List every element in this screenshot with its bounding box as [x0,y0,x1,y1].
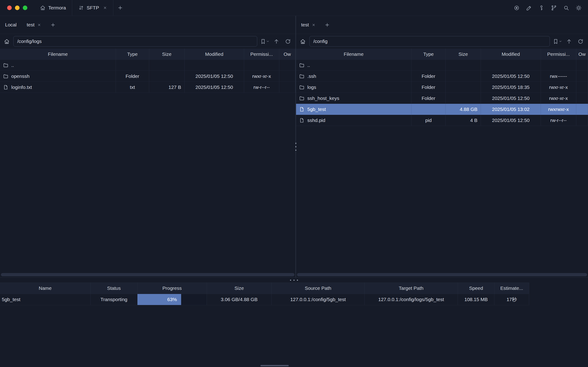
key-icon[interactable] [538,4,545,11]
transfers-table-header: NameStatusProgressSizeSource PathTarget … [0,283,529,294]
transfers-horizontal-scrollbar[interactable] [260,365,289,366]
filename-cell: .. [296,60,411,70]
column-header-modified[interactable]: Modified [481,49,541,59]
size-cell [446,71,481,82]
remote-horizontal-scrollbar[interactable] [297,273,587,276]
remote-tab-bar: test [296,16,588,34]
filename-cell: sshd.pid [296,115,411,126]
minimize-window-button[interactable] [15,6,19,10]
home-icon [40,5,46,11]
transfer-column-header-target[interactable]: Target Path [365,283,458,294]
column-header-owner[interactable]: Ow [576,49,588,59]
local-horizontal-scrollbar[interactable] [1,273,294,276]
size-cell [446,82,481,92]
transfer-column-header-speed[interactable]: Speed [458,283,494,294]
bookmark-icon[interactable] [259,36,267,46]
panel-tab-test[interactable]: test [296,16,321,34]
panel-tab-test[interactable]: test [22,16,46,34]
type-cell [116,60,149,70]
close-tab-icon[interactable] [103,6,107,10]
tab-termora[interactable]: Termora [34,0,72,16]
filename-cell: ssh_host_keys [296,93,411,104]
file-row-5gb_test[interactable]: 5gb_test4.88 GB2025/01/05 13:02rwxrwxr-x [296,104,588,115]
file-row-openssh[interactable]: opensshFolder2025/01/05 12:50rwxr-xr-x [0,71,295,82]
permissions-cell: rwxr-xr-x [244,71,279,82]
type-cell: Folder [116,71,149,82]
bookmark-icon[interactable] [552,36,560,46]
transfer-column-header-size[interactable]: Size [207,283,272,294]
window-controls [0,0,34,16]
transfer-column-header-name[interactable]: Name [0,283,91,294]
edit-icon[interactable] [526,4,532,11]
permissions-cell: rw-r--r-- [541,115,576,126]
file-row-.ssh[interactable]: .sshFolder2025/01/05 12:50rwx------ [296,71,588,82]
filename-text: ssh_host_keys [307,96,339,101]
column-header-size[interactable]: Size [446,49,481,59]
type-cell: Folder [411,93,446,104]
transfer-column-header-estimate[interactable]: Estimate... [494,283,529,294]
settings-icon[interactable] [575,4,582,11]
column-header-filename[interactable]: Filename [296,49,411,59]
filename-cell: .ssh [296,71,411,82]
type-cell: Folder [411,71,446,82]
file-row-logs[interactable]: logsFolder2025/01/05 18:35rwxr-xr-x [296,82,588,93]
transfer-size-cell: 3.06 GB/4.88 GB [207,294,272,305]
transfer-column-header-source[interactable]: Source Path [272,283,365,294]
transfers-split-handle[interactable] [0,278,588,283]
remote-pathbar [296,34,588,49]
close-window-button[interactable] [7,6,12,10]
git-branch-icon[interactable] [550,4,557,11]
refresh-icon[interactable] [576,36,585,46]
owner-cell [576,93,588,104]
add-tab-button[interactable] [321,16,334,34]
column-header-size[interactable]: Size [149,49,185,59]
transfer-column-header-progress[interactable]: Progress [137,283,207,294]
filename-text: sshd.pid [307,117,325,123]
modified-cell [481,60,541,70]
transfer-source-cell: 127.0.0.1:/config/5gb_test [272,294,365,305]
chevron-down-icon[interactable] [559,40,562,43]
column-header-modified[interactable]: Modified [185,49,244,59]
record-icon[interactable] [513,4,520,11]
transfers-table: NameStatusProgressSizeSource PathTarget … [0,283,529,305]
add-tab-button[interactable] [46,16,60,34]
local-file-list: ..opensshFolder2025/01/05 12:50rwxr-xr-x… [0,60,295,93]
modified-cell: 2025/01/05 12:50 [481,71,541,82]
local-path-input[interactable] [13,36,257,47]
column-header-permissions[interactable]: Permissi... [244,49,279,59]
column-header-permissions[interactable]: Permissi... [541,49,576,59]
modified-cell: 2025/01/05 12:50 [481,115,541,126]
arrow-up-icon[interactable] [272,36,281,46]
panel-tab-local[interactable]: Local [0,16,22,34]
permissions-cell: rwxr-xr-x [541,93,576,104]
new-tab-button[interactable] [113,0,127,16]
transfer-column-header-status[interactable]: Status [91,283,137,294]
transfer-row-5gb_test[interactable]: 5gb_testTransporting63%3.06 GB/4.88 GB12… [0,294,529,305]
tab-sftp-label: SFTP [87,5,99,11]
file-row-sshd.pid[interactable]: sshd.pidpid4 B2025/01/05 12:50rw-r--r-- [296,115,588,126]
close-tab-icon[interactable] [37,23,41,27]
remote-path-input[interactable] [309,36,550,47]
home-icon[interactable] [298,36,307,46]
filename-text: .. [307,62,310,68]
file-row-loginfo.txt[interactable]: loginfo.txttxt127 B2025/01/05 12:50rw-r-… [0,82,295,93]
chevron-down-icon[interactable] [266,40,270,43]
column-header-owner[interactable]: Ow [279,49,295,59]
refresh-icon[interactable] [283,36,293,46]
close-tab-icon[interactable] [312,23,315,27]
file-row-..[interactable]: .. [0,60,295,71]
file-row-..[interactable]: .. [296,60,588,71]
arrow-up-icon[interactable] [564,36,574,46]
file-row-ssh_host_keys[interactable]: ssh_host_keysFolder2025/01/05 12:50rwxr-… [296,93,588,104]
column-header-type[interactable]: Type [411,49,446,59]
tab-sftp[interactable]: SFTP [72,0,113,16]
zoom-window-button[interactable] [23,6,27,10]
column-header-filename[interactable]: Filename [0,49,116,59]
home-icon[interactable] [2,36,11,46]
transfer-progress-cell: 63% [137,294,207,305]
column-header-type[interactable]: Type [116,49,149,59]
search-icon[interactable] [563,4,570,11]
owner-cell [576,71,588,82]
titlebar: Termora SFTP [0,0,588,16]
type-cell [411,104,446,115]
